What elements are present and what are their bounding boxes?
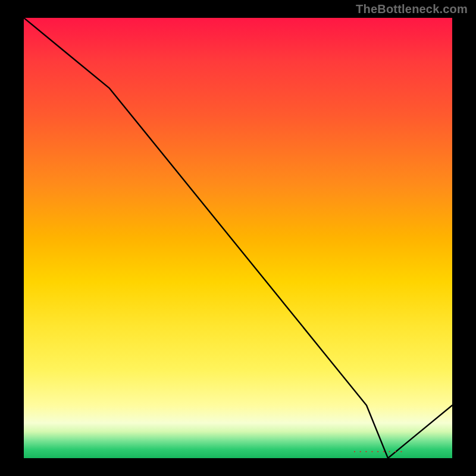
optimal-marker: ·········	[352, 447, 405, 456]
curve-layer	[24, 18, 452, 458]
attribution-text: TheBottleneck.com	[356, 2, 468, 16]
chart-root: TheBottleneck.com ·········	[0, 0, 476, 476]
bottleneck-curve	[24, 18, 452, 458]
plot-area: ·········	[24, 18, 452, 458]
